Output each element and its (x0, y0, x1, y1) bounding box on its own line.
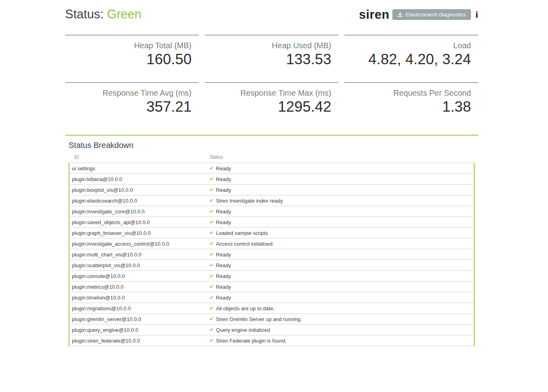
check-icon: ✔ (210, 252, 214, 257)
status-text: Ready (216, 284, 231, 290)
metric-label: Requests Per Second (344, 88, 471, 98)
metric-card: Requests Per Second1.38 (344, 82, 478, 119)
metrics-grid: Heap Total (MB)160.50Heap Used (MB)133.5… (65, 35, 478, 119)
row-status: ✔Ready (210, 295, 474, 301)
row-status: ✔Ready (210, 209, 474, 215)
metric-value: 357.21 (65, 98, 192, 116)
row-status: ✔Ready (210, 273, 474, 279)
row-status: ✔Siren Investigate index ready (210, 198, 474, 204)
check-icon: ✔ (210, 241, 214, 246)
check-icon: ✔ (210, 209, 214, 214)
table-row: plugin:migrations@10.0.0✔All objects are… (69, 303, 474, 314)
row-status: ✔Siren Gremlin Server up and running. (210, 316, 474, 322)
check-icon: ✔ (210, 220, 214, 225)
table-row: plugin:elasticsearch@10.0.0✔Siren Invest… (69, 195, 474, 206)
row-id: plugin:graph_browser_vis@10.0.0 (69, 230, 210, 236)
status-breakdown-section: Status Breakdown ID Status ui settings✔R… (65, 135, 478, 346)
metric-value: 133.53 (205, 50, 331, 68)
check-icon: ✔ (210, 338, 214, 343)
status-text: Siren Investigate index ready (216, 198, 283, 204)
table-row: plugin:boxplot_vis@10.0.0✔Ready (69, 185, 474, 195)
metric-card: Response Time Avg (ms)357.21 (65, 82, 199, 119)
elasticsearch-diagnostics-button[interactable]: Elasticsearch diagnostics (392, 9, 471, 20)
row-id: plugin:investigate_access_control@10.0.0 (69, 241, 210, 247)
status-text: Siren Federate plugin is found. (216, 338, 287, 344)
table-row: plugin:timelion@10.0.0✔Ready (69, 292, 474, 303)
row-status: ✔Ready (210, 176, 474, 182)
table-row: plugin:multi_chart_vis@10.0.0✔Ready (69, 249, 474, 260)
diagnostics-button-label: Elasticsearch diagnostics (406, 12, 466, 18)
row-id: plugin:multi_chart_vis@10.0.0 (69, 252, 210, 258)
table-row: plugin:query_engine@10.0.0✔Query engine … (69, 325, 474, 335)
check-icon: ✔ (210, 177, 214, 181)
check-icon: ✔ (210, 306, 214, 311)
status-text: Ready (216, 273, 231, 279)
row-id: plugin:saved_objects_api@10.0.0 (69, 219, 210, 225)
metric-card: Heap Used (MB)133.53 (205, 35, 338, 71)
check-icon: ✔ (210, 317, 214, 321)
status-text: Ready (216, 219, 231, 225)
column-header-id: ID (69, 154, 210, 160)
status-text: Ready (216, 262, 231, 268)
row-status: ✔Ready (210, 165, 474, 171)
metric-value: 4.82, 4.20, 3.24 (344, 50, 471, 68)
row-id: plugin:metrics@10.0.0 (69, 284, 210, 290)
status-text: Ready (216, 165, 231, 171)
metric-label: Response Time Avg (ms) (65, 88, 192, 98)
check-icon: ✔ (210, 166, 214, 171)
row-id: ui settings (69, 165, 210, 171)
row-id: plugin:elasticsearch@10.0.0 (69, 198, 210, 204)
row-id: plugin:gremlin_server@10.0.0 (69, 316, 210, 322)
status-text: Query engine initialized (216, 327, 270, 333)
metric-value: 1.38 (344, 98, 471, 116)
status-page: Status: Green siren Elasticsearch diagno… (65, 0, 478, 346)
row-id: plugin:boxplot_vis@10.0.0 (69, 187, 210, 193)
row-status: ✔Query engine initialized (210, 327, 474, 333)
check-icon: ✔ (210, 187, 214, 192)
status-text: Loaded sample scripts (216, 230, 268, 236)
row-status: ✔Access control initialised. (210, 241, 474, 247)
header: Status: Green siren Elasticsearch diagno… (65, 5, 478, 24)
metric-label: Heap Total (MB) (65, 41, 192, 50)
row-status: ✔Ready (210, 262, 474, 268)
metric-value: 160.50 (65, 50, 192, 68)
section-title: Status Breakdown (69, 141, 478, 150)
metric-label: Response Time Max (ms) (205, 88, 331, 98)
status-label: Status: (65, 7, 104, 21)
status-text: Ready (216, 187, 231, 193)
metric-label: Heap Used (MB) (205, 41, 331, 50)
row-id: plugin:query_engine@10.0.0 (69, 327, 210, 333)
metric-value: 1295.42 (205, 98, 331, 116)
check-icon: ✔ (210, 284, 214, 289)
row-status: ✔All objects are up to date. (210, 305, 474, 311)
status-value: Green (107, 7, 141, 21)
check-icon: ✔ (210, 263, 214, 268)
row-id: plugin:siren_federate@10.0.0 (69, 338, 210, 344)
row-id: plugin:migrations@10.0.0 (69, 305, 210, 311)
table-header: ID Status (69, 154, 475, 163)
metric-card: Response Time Max (ms)1295.42 (205, 82, 338, 119)
row-id: plugin:timelion@10.0.0 (69, 295, 210, 301)
check-icon: ✔ (210, 327, 214, 332)
row-id: plugin:console@10.0.0 (69, 273, 210, 279)
status-text: Siren Gremlin Server up and running. (216, 316, 302, 322)
status-text: Ready (216, 295, 231, 301)
info-icon[interactable]: i (475, 10, 478, 19)
metric-card: Load4.82, 4.20, 3.24 (344, 35, 478, 71)
check-icon: ✔ (210, 230, 214, 235)
metric-label: Load (344, 41, 471, 50)
metric-card: Heap Total (MB)160.50 (65, 35, 199, 71)
table-row: plugin:scatterplot_vis@10.0.0✔Ready (69, 260, 474, 271)
table-row: plugin:siren_federate@10.0.0✔Siren Feder… (69, 335, 474, 346)
header-actions: siren Elasticsearch diagnostics i (359, 8, 478, 21)
table-row: plugin:metrics@10.0.0✔Ready (69, 282, 474, 292)
table-row: plugin:saved_objects_api@10.0.0✔Ready (69, 217, 474, 228)
row-id: plugin:kibana@10.0.0 (69, 176, 210, 182)
column-header-status: Status (210, 154, 475, 160)
row-status: ✔Siren Federate plugin is found. (210, 338, 474, 344)
table-row: plugin:investigate_core@10.0.0✔Ready (69, 206, 474, 217)
table-row: ui settings✔Ready (69, 163, 474, 174)
status-text: All objects are up to date. (216, 305, 275, 311)
row-id: plugin:scatterplot_vis@10.0.0 (69, 262, 210, 268)
status-text: Access control initialised. (216, 241, 274, 247)
